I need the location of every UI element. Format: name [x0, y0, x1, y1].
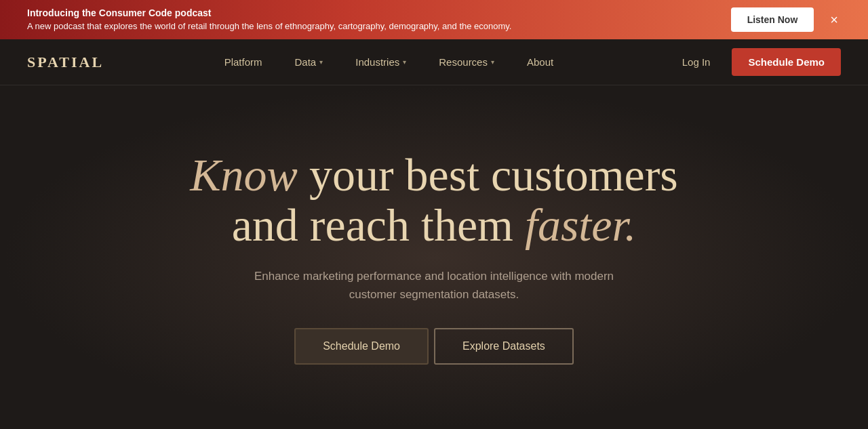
site-logo[interactable]: SPATIAL [27, 54, 104, 71]
nav-link-industries[interactable]: Industries ▾ [339, 39, 422, 85]
nav-schedule-demo-button[interactable]: Schedule Demo [732, 48, 841, 76]
nav-item-resources: Resources ▾ [422, 39, 511, 85]
hero-explore-datasets-button[interactable]: Explore Datasets [434, 328, 574, 365]
hero-headline: Know your best customers and reach them … [190, 150, 678, 251]
log-in-button[interactable]: Log In [674, 51, 719, 73]
chevron-down-icon: ▾ [491, 39, 494, 85]
chevron-down-icon: ▾ [319, 39, 323, 85]
hero-cta-buttons: Schedule Demo Explore Datasets [294, 328, 574, 365]
nav-link-data[interactable]: Data ▾ [279, 39, 340, 85]
headline-faster: faster. [525, 199, 636, 251]
chevron-down-icon: ▾ [403, 39, 406, 85]
nav-link-resources[interactable]: Resources ▾ [422, 39, 511, 85]
nav-link-about[interactable]: About [511, 39, 570, 85]
nav-link-platform[interactable]: Platform [208, 39, 279, 85]
headline-line2: and reach them [232, 199, 525, 251]
main-navbar: SPATIAL Platform Data ▾ Industries ▾ Res… [0, 39, 868, 85]
nav-links: Platform Data ▾ Industries ▾ Resources ▾… [208, 39, 570, 85]
nav-item-data: Data ▾ [279, 39, 340, 85]
hero-subtext: Enhance marketing performance and locati… [244, 267, 624, 304]
nav-item-about: About [511, 39, 570, 85]
banner-text: Introducing the Consumer Code podcast A … [27, 7, 511, 33]
hero-section: Know your best customers and reach them … [0, 85, 868, 429]
banner-title: Introducing the Consumer Code podcast [27, 7, 211, 18]
nav-item-platform: Platform [208, 39, 279, 85]
announcement-banner: Introducing the Consumer Code podcast A … [0, 0, 868, 39]
headline-know: Know [190, 149, 298, 201]
headline-regular: your best customers [298, 149, 678, 201]
banner-content: Introducing the Consumer Code podcast A … [27, 7, 731, 33]
listen-now-button[interactable]: Listen Now [731, 7, 814, 32]
banner-description: A new podcast that explores the world of… [27, 21, 511, 31]
hero-schedule-demo-button[interactable]: Schedule Demo [294, 328, 429, 365]
nav-right-actions: Log In Schedule Demo [674, 48, 841, 76]
banner-actions: Listen Now × [731, 7, 841, 32]
close-banner-button[interactable]: × [827, 9, 841, 30]
nav-item-industries: Industries ▾ [339, 39, 422, 85]
